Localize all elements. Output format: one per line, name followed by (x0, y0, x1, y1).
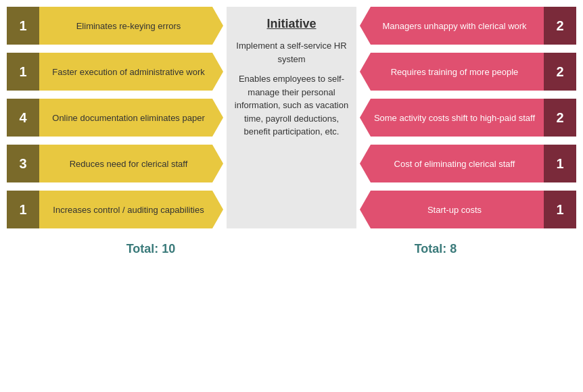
left-column: 1Eliminates re-keying errors1Faster exec… (7, 7, 223, 228)
left-item-label-2: Online documentation eliminates paper (39, 99, 223, 137)
left-item-2: 4Online documentation eliminates paper (7, 99, 223, 137)
right-item-label-3: Cost of eliminating clerical staff (360, 145, 544, 182)
right-item-label-4: Start-up costs (360, 191, 544, 228)
left-item-label-1: Faster execution of administrative work (39, 53, 223, 91)
center-paragraph2: Enables employees to self-manage their p… (233, 72, 350, 139)
right-item-number-2: 2 (544, 99, 576, 137)
center-description: Implement a self-service HR system Enabl… (233, 39, 350, 145)
right-item-number-1: 2 (544, 53, 576, 91)
left-item-number-2: 4 (7, 99, 39, 137)
left-item-number-3: 3 (7, 145, 39, 182)
right-item-0: Managers unhappy with clerical work2 (360, 7, 576, 45)
right-item-number-0: 2 (544, 7, 576, 45)
right-item-3: Cost of eliminating clerical staff1 (360, 145, 576, 182)
left-item-label-3: Reduces need for clerical staff (39, 145, 223, 182)
left-item-4: 1Increases control / auditing capabiliti… (7, 191, 223, 228)
center-column: Initiative Implement a self-service HR s… (227, 7, 356, 228)
main-container: 1Eliminates re-keying errors1Faster exec… (0, 0, 583, 228)
right-item-label-0: Managers unhappy with clerical work (360, 7, 544, 45)
right-item-2: Some activity costs shift to high-paid s… (360, 99, 576, 137)
left-item-0: 1Eliminates re-keying errors (7, 7, 223, 45)
left-item-number-1: 1 (7, 53, 39, 91)
totals-row: Total: 10 Total: 8 (0, 235, 583, 263)
left-item-number-4: 1 (7, 191, 39, 228)
right-total: Total: 8 (415, 242, 457, 256)
center-paragraph1: Implement a self-service HR system (233, 39, 350, 66)
left-item-number-0: 1 (7, 7, 39, 45)
initiative-title: Initiative (266, 17, 316, 31)
right-column: Managers unhappy with clerical work2Requ… (360, 7, 576, 228)
right-item-number-4: 1 (544, 191, 576, 228)
left-item-label-0: Eliminates re-keying errors (39, 7, 223, 45)
left-item-1: 1Faster execution of administrative work (7, 53, 223, 91)
right-item-1: Requires training of more people2 (360, 53, 576, 91)
right-item-label-1: Requires training of more people (360, 53, 544, 91)
right-item-4: Start-up costs1 (360, 191, 576, 228)
left-item-label-4: Increases control / auditing capabilitie… (39, 191, 223, 228)
left-item-3: 3Reduces need for clerical staff (7, 145, 223, 182)
left-total: Total: 10 (126, 242, 176, 256)
right-item-number-3: 1 (544, 145, 576, 182)
right-item-label-2: Some activity costs shift to high-paid s… (360, 99, 544, 137)
